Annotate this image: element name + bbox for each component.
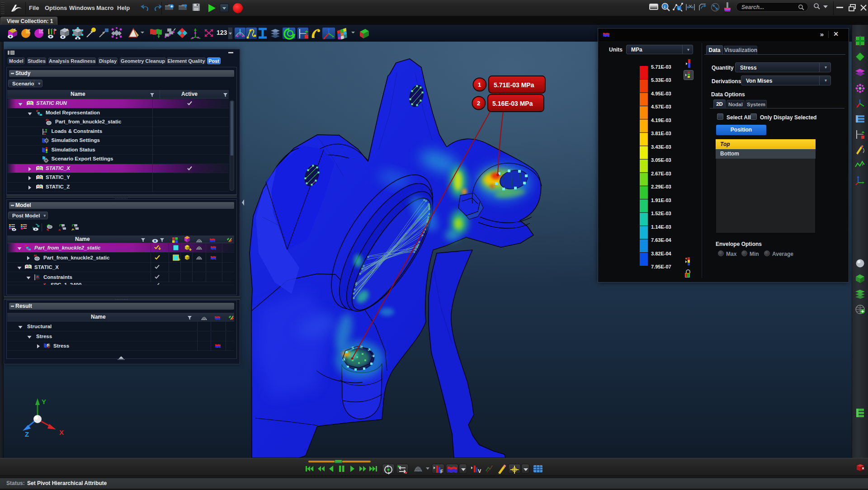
svg-text:X: X — [59, 429, 64, 436]
svg-text:5.16E-03 MPa: 5.16E-03 MPa — [492, 100, 533, 107]
svg-text:2: 2 — [477, 100, 480, 107]
svg-text:»: » — [54, 28, 57, 32]
svg-text:V: V — [478, 468, 481, 474]
svg-text:1: 1 — [478, 81, 481, 88]
svg-text:»: » — [41, 28, 43, 32]
svg-text:Y: Y — [42, 398, 46, 405]
svg-text:»: » — [66, 27, 68, 32]
svg-text:5.71E-03 MPa: 5.71E-03 MPa — [494, 81, 534, 89]
svg-text:«: « — [14, 27, 16, 32]
svg-text:F: F — [440, 469, 443, 474]
svg-text:Z: Z — [25, 430, 29, 438]
svg-text:»: » — [28, 28, 30, 32]
